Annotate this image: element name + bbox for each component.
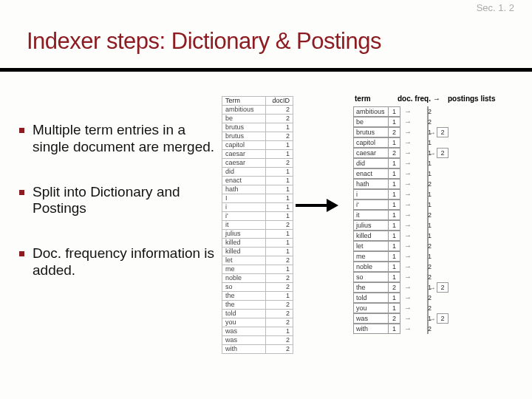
table-cell-term: I [222, 194, 266, 203]
dictionary-row: ambitious1→2 [353, 106, 525, 117]
table-cell-docid: 1 [266, 239, 293, 248]
posting-box: 2 [437, 148, 449, 158]
bullet-item: Multiple term entries in a single docume… [15, 122, 216, 156]
dictionary-row: be1→2 [353, 117, 525, 127]
arrow-icon: → [400, 242, 412, 250]
table-row: told2 [222, 310, 293, 318]
dict-term: it [353, 210, 389, 220]
posting-extra [427, 138, 451, 147]
posting-extra [427, 231, 451, 240]
posting-box: 2 [437, 127, 449, 137]
dict-doc-freq: 1 [389, 179, 400, 189]
arrow-icon: → [400, 190, 412, 199]
dict-doc-freq: 1 [389, 303, 400, 313]
dict-term: brutus [353, 127, 389, 137]
dictionary-row: brutus2→1→2 [353, 127, 525, 137]
arrow-icon: → [400, 149, 412, 157]
dictionary-row: caesar2→1→2 [353, 148, 525, 158]
dict-doc-freq: 1 [389, 200, 400, 210]
dict-doc-freq: 1 [389, 168, 400, 179]
posting-extra [427, 304, 451, 313]
dict-doc-freq: 1 [389, 106, 400, 117]
arrow-icon: → [400, 324, 412, 333]
dictionary-row: capitol1→1 [353, 137, 525, 148]
dict-term: caesar [353, 148, 389, 158]
dict-doc-freq: 1 [389, 262, 400, 272]
table-cell-term: enact [222, 177, 266, 185]
table-row: did1 [222, 168, 293, 177]
posting-extra: →2 [427, 314, 451, 323]
table-cell-docid: 1 [266, 177, 293, 185]
arrow-icon: → [400, 159, 412, 168]
table-row: killed1 [222, 248, 293, 256]
table-cell-term: it [222, 221, 266, 230]
table-row: me1 [222, 265, 293, 274]
dict-term: with [353, 324, 389, 334]
dict-header-df: doc. freq. [398, 95, 433, 103]
dict-term: did [353, 158, 389, 168]
dictionary-row: let1→2 [353, 241, 525, 251]
posting-extra [427, 190, 451, 199]
table-cell-term: ambitious [222, 106, 266, 115]
dict-term: killed [353, 231, 389, 241]
dict-term: be [353, 117, 389, 127]
dict-term: was [353, 313, 389, 324]
dict-term: julius [353, 220, 389, 231]
dictionary-row: did1→1 [353, 158, 525, 168]
table-cell-docid: 1 [266, 150, 293, 159]
dictionary-row: hath1→2 [353, 179, 525, 189]
table-row: i'1 [222, 212, 293, 221]
dictionary-row: i1→1 [353, 189, 525, 200]
dict-term: i' [353, 200, 389, 210]
table-cell-docid: 2 [266, 345, 293, 354]
table-header: Term [222, 97, 266, 106]
table-cell-term: caesar [222, 159, 266, 168]
table-header: docID [266, 97, 293, 106]
table-row: enact1 [222, 177, 293, 185]
table-row: brutus2 [222, 132, 293, 141]
dict-term: told [353, 293, 389, 303]
dict-doc-freq: 1 [389, 117, 400, 127]
table-row: brutus1 [222, 123, 293, 132]
arrow-icon: → [400, 221, 412, 230]
posting-extra [427, 262, 451, 271]
dictionary-table: ambitious1→2be1→2brutus2→1→2capitol1→1ca… [353, 106, 525, 334]
table-cell-docid: 2 [266, 132, 293, 141]
dictionary-row: killed1→1 [353, 231, 525, 241]
arrow-icon: → [400, 169, 412, 178]
arrow-icon: → [400, 252, 412, 261]
posting-extra [427, 159, 451, 168]
arrow-icon: → [400, 200, 412, 209]
table-row: was2 [222, 336, 293, 345]
posting-extra [427, 180, 451, 188]
posting-extra [427, 221, 451, 230]
dict-doc-freq: 2 [389, 282, 400, 293]
table-row: so2 [222, 283, 293, 292]
dictionary-row: julius1→1 [353, 220, 525, 231]
arrow-icon: → [400, 304, 412, 313]
arrow-icon: → [400, 117, 412, 126]
table-cell-term: the [222, 292, 266, 301]
table-cell-term: so [222, 283, 266, 292]
arrow-icon: → [400, 138, 412, 147]
dict-term: so [353, 272, 389, 282]
table-cell-term: was [222, 336, 266, 345]
table-row: be2 [222, 115, 293, 123]
dict-doc-freq: 2 [389, 313, 400, 324]
dict-doc-freq: 2 [389, 148, 400, 158]
table-cell-docid: 2 [266, 115, 293, 123]
table-cell-docid: 2 [266, 336, 293, 345]
table-cell-docid: 1 [266, 168, 293, 177]
table-row: it2 [222, 221, 293, 230]
table-cell-term: hath [222, 185, 266, 194]
table-cell-term: be [222, 115, 266, 123]
bullet-item: Doc. frequency information is added. [15, 245, 216, 279]
table-cell-docid: 2 [266, 221, 293, 230]
table-cell-docid: 2 [266, 159, 293, 168]
table-cell-docid: 1 [266, 203, 293, 212]
dict-term: you [353, 303, 389, 313]
table-cell-docid: 1 [266, 265, 293, 274]
table-cell-docid: 1 [266, 185, 293, 194]
posting-extra [427, 293, 451, 302]
dictionary-row: was2→1→2 [353, 313, 525, 324]
